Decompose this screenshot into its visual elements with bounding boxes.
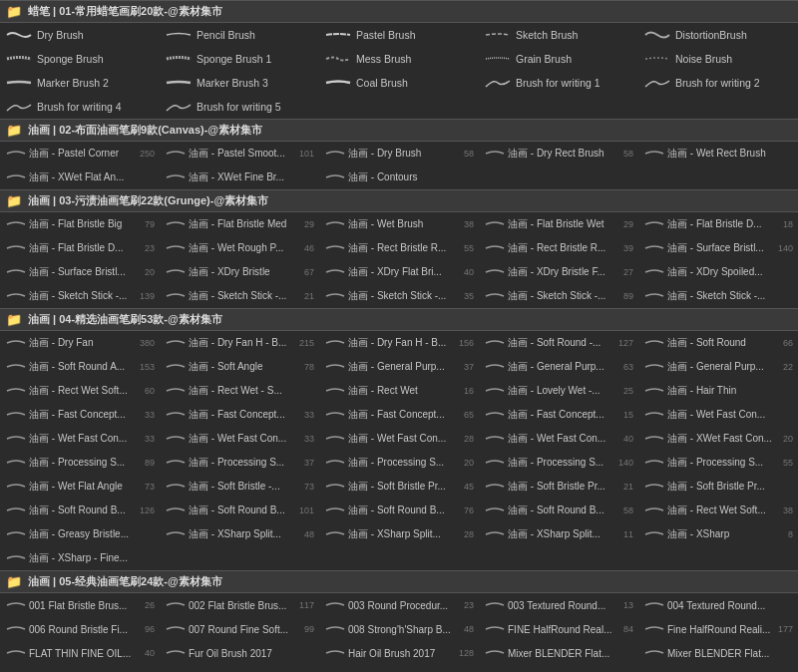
oil-brush-item[interactable]: zz-Canvas square Oil...70 [479, 665, 638, 672]
oil-brush-item[interactable]: 油画 - Wet Rough P...46 [160, 236, 319, 260]
oil-brush-item[interactable]: FINE HalfRound Real...84 [479, 617, 638, 641]
section-header-oil-grunge[interactable]: 📁 油画 | 03-污渍油画笔刷22款(Grunge)-@素材集市 [0, 189, 798, 212]
brush-item-writing4[interactable]: Brush for writing 4 [0, 95, 160, 119]
oil-brush-item[interactable]: 油画 - General Purp...22 [638, 355, 798, 379]
oil-brush-item[interactable]: 油画 - Soft Round B...126 [0, 499, 160, 522]
oil-brush-item[interactable]: 油画 - Wet Fast Con...28 [319, 427, 479, 451]
oil-brush-item[interactable]: 油画 - Dry Rect Brush58 [479, 142, 638, 166]
oil-brush-item[interactable]: 油画 - Flat Bristle Big79 [0, 212, 160, 236]
oil-brush-item[interactable]: 油画 - Dry Fan380 [0, 331, 160, 355]
oil-brush-item[interactable]: 油画 - Wet Fast Con... [638, 403, 798, 427]
oil-brush-item[interactable]: 油画 - Soft Bristle Pr...45 [319, 475, 479, 499]
oil-brush-item[interactable]: 油画 - Surface Bristl...140 [638, 236, 798, 260]
oil-brush-item[interactable]: 油画 - Sketch Stick -... [638, 284, 798, 308]
oil-brush-item[interactable]: 油画 - Flat Bristle Med29 [160, 212, 319, 236]
oil-brush-item[interactable]: 油画 - Processing S...37 [160, 451, 319, 475]
oil-brush-item[interactable]: 油画 - Rect Bristle R...39 [479, 236, 638, 260]
oil-brush-item[interactable]: 油画 - Dry Fan H - B...156 [319, 331, 479, 355]
brush-item-pastel[interactable]: Pastel Brush [319, 23, 479, 47]
oil-brush-item[interactable]: 006 Round Bristle Fi...96 [0, 617, 160, 641]
oil-brush-item[interactable]: 油画 - Soft Angle78 [160, 355, 319, 379]
oil-brush-item[interactable]: 油画 - XSharp Split...28 [319, 522, 479, 546]
oil-brush-item[interactable]: 油画 - Wet Brush38 [319, 212, 479, 236]
oil-brush-item[interactable]: 油画 - Soft Round -...127 [479, 331, 638, 355]
oil-brush-item[interactable]: 油画 - Sketch Stick -...35 [319, 284, 479, 308]
oil-brush-item[interactable]: 油画 - Rect Wet - S... [160, 379, 319, 403]
brush-item-sponge[interactable]: Sponge Brush [0, 47, 160, 71]
oil-brush-item[interactable]: 007 Round Fine Soft...99 [160, 617, 319, 641]
oil-brush-item[interactable]: 油画 - Flat Bristle D...18 [638, 212, 798, 236]
brush-item-writing2[interactable]: Brush for writing 2 [638, 71, 798, 95]
oil-brush-item[interactable]: 油画 - Rect Wet16 [319, 379, 479, 403]
oil-brush-item[interactable]: 油画 - XDry Bristle67 [160, 260, 319, 284]
brush-item-sketch[interactable]: Sketch Brush [479, 23, 638, 47]
oil-brush-item[interactable]: 油画 - Processing S...89 [0, 451, 160, 475]
oil-brush-item[interactable]: 油画 - Processing S...140 [479, 451, 638, 475]
oil-brush-item[interactable]: 008 Strong'h'Sharp B...48 [319, 617, 479, 641]
brush-item-writing5[interactable]: Brush for writing 5 [160, 95, 319, 119]
brush-item-distortion[interactable]: DistortionBrush [638, 23, 798, 47]
oil-brush-item[interactable]: Pressure depending...135 [160, 665, 319, 672]
oil-brush-item[interactable]: 油画 - Greasy Bristle... [0, 522, 160, 546]
oil-brush-item[interactable]: 油画 - Lovely Wet -...25 [479, 379, 638, 403]
oil-brush-item[interactable]: 油画 - Wet Fast Con...40 [479, 427, 638, 451]
oil-brush-item[interactable]: 油画 - XSharp - Fine... [0, 546, 160, 570]
oil-brush-item[interactable]: Hair Oil Brush 2017128 [319, 641, 479, 665]
oil-brush-item[interactable]: zz-Semi-dry Square...151 [638, 665, 798, 672]
oil-brush-item[interactable]: 油画 - XWet Fast Con...20 [638, 427, 798, 451]
oil-brush-item[interactable]: 001 Flat Bristle Brus...26 [0, 593, 160, 617]
oil-brush-item[interactable]: 油画 - General Purp...37 [319, 355, 479, 379]
oil-brush-item[interactable]: 油画 - Flat Bristle Wet29 [479, 212, 638, 236]
oil-brush-item[interactable]: 油画 - XDry Spoiled... [638, 260, 798, 284]
oil-brush-item[interactable]: 油画 - Sketch Stick -...139 [0, 284, 160, 308]
oil-brush-item[interactable]: 油画 - Soft Bristle Pr... [638, 475, 798, 499]
oil-brush-item[interactable]: 油画 - Soft Round B...101 [160, 499, 319, 522]
oil-brush-item[interactable]: 油画 - XDry Flat Bri...40 [319, 260, 479, 284]
section-header-oil-canvas[interactable]: 📁 油画 | 02-布面油画笔刷9款(Canvas)-@素材集市 [0, 119, 798, 142]
oil-brush-item[interactable]: 油画 - Fast Concept...65 [319, 403, 479, 427]
oil-brush-item[interactable]: 油画 - XWet Fine Br... [160, 166, 319, 189]
section-header-crayon[interactable]: 📁 蜡笔 | 01-常用蜡笔画刷20款-@素材集市 [0, 0, 798, 23]
oil-brush-item[interactable]: 油画 - Processing S...55 [638, 451, 798, 475]
oil-brush-item[interactable]: 油画 - Flat Bristle D...23 [0, 236, 160, 260]
oil-brush-item[interactable]: 油画 - XWet Flat An... [0, 166, 160, 189]
oil-brush-item[interactable]: 油画 - Surface Bristl...20 [0, 260, 160, 284]
oil-brush-item[interactable]: Fine HalfRound Reali...177 [638, 617, 798, 641]
brush-item-dry[interactable]: Dry Brush [0, 23, 160, 47]
section-header-oil-classic[interactable]: 📁 油画 | 05-经典油画笔刷24款-@素材集市 [0, 570, 798, 593]
oil-brush-item[interactable]: 003 Round Procedur...23 [319, 593, 479, 617]
brush-item-marker3[interactable]: Marker Brush 3 [160, 71, 319, 95]
oil-brush-item[interactable]: 油画 - Sketch Stick -...21 [160, 284, 319, 308]
oil-brush-item[interactable]: 油画 - Dry Fan H - B...215 [160, 331, 319, 355]
oil-brush-item[interactable]: Thin Outlined Brush...90 [319, 665, 479, 672]
oil-brush-item[interactable]: 油画 - Wet Rect Brush [638, 142, 798, 166]
oil-brush-item[interactable]: 004 Textured Round... [638, 593, 798, 617]
oil-brush-item[interactable]: 油画 - Contours [319, 166, 479, 189]
oil-brush-item[interactable]: 油画 - Soft Bristle -...73 [160, 475, 319, 499]
oil-brush-item[interactable]: Mixer Brush Tool Fla...40 [0, 665, 160, 672]
oil-brush-item[interactable]: 油画 - Fast Concept...15 [479, 403, 638, 427]
oil-brush-item[interactable]: 油画 - Rect Wet Soft...60 [0, 379, 160, 403]
oil-brush-item[interactable]: 油画 - XDry Bristle F...27 [479, 260, 638, 284]
oil-brush-item[interactable]: Fur Oil Brush 2017 [160, 641, 319, 665]
oil-brush-item[interactable]: 油画 - Pastel Corner250 [0, 142, 160, 166]
oil-brush-item[interactable]: Mixer BLENDER Flat... [638, 641, 798, 665]
brush-item-mess[interactable]: Mess Brush [319, 47, 479, 71]
brush-item-sponge1[interactable]: Sponge Brush 1 [160, 47, 319, 71]
oil-brush-item[interactable]: 油画 - Soft Round66 [638, 331, 798, 355]
oil-brush-item[interactable]: FLAT THIN FINE OIL...40 [0, 641, 160, 665]
brush-item-marker2[interactable]: Marker Brush 2 [0, 71, 160, 95]
oil-brush-item[interactable]: 油画 - Sketch Stick -...89 [479, 284, 638, 308]
oil-brush-item[interactable]: 油画 - Wet Fast Con...33 [160, 427, 319, 451]
oil-brush-item[interactable]: 油画 - Fast Concept...33 [0, 403, 160, 427]
oil-brush-item[interactable]: 油画 - Soft Round B...58 [479, 499, 638, 522]
oil-brush-item[interactable]: 002 Flat Bristle Brus...117 [160, 593, 319, 617]
brush-item-grain[interactable]: Grain Brush [479, 47, 638, 71]
oil-brush-item[interactable]: 油画 - General Purp...63 [479, 355, 638, 379]
oil-brush-item[interactable]: Mixer BLENDER Flat... [479, 641, 638, 665]
oil-brush-item[interactable]: 油画 - XSharp8 [638, 522, 798, 546]
oil-brush-item[interactable]: 油画 - Wet Flat Angle73 [0, 475, 160, 499]
brush-item-noise[interactable]: Noise Brush [638, 47, 798, 71]
brush-item-coal[interactable]: Coal Brush [319, 71, 479, 95]
oil-brush-item[interactable]: 油画 - Soft Bristle Pr...21 [479, 475, 638, 499]
